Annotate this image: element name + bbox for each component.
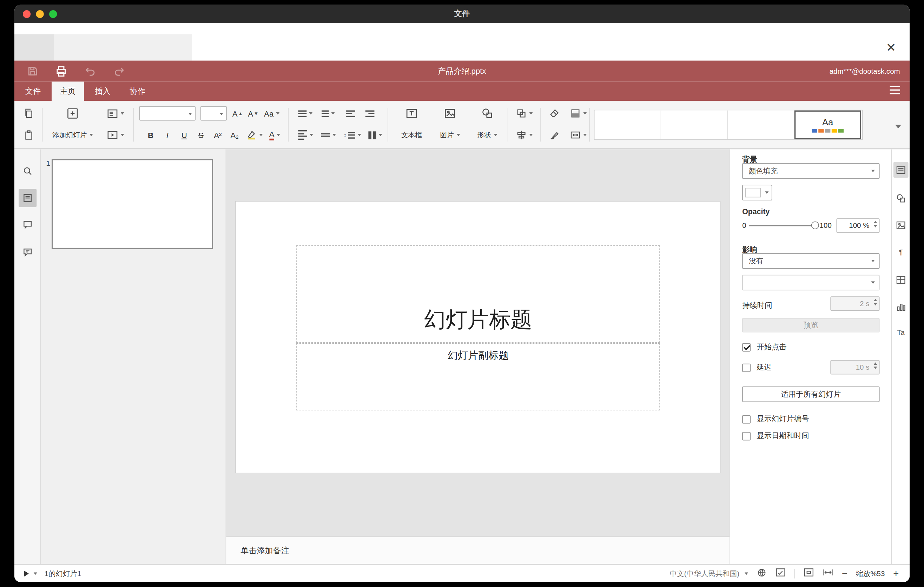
image-icon[interactable]: [433, 104, 467, 122]
show-date-time-checkbox[interactable]: [742, 432, 751, 440]
background-color-select[interactable]: [742, 185, 772, 200]
paste-icon[interactable]: [20, 126, 37, 144]
table-settings-icon[interactable]: [893, 272, 909, 287]
effect-select[interactable]: 没有: [742, 253, 879, 269]
fit-slide-icon[interactable]: [804, 567, 815, 580]
shape-settings-icon[interactable]: [893, 190, 909, 206]
arrange-button[interactable]: [513, 104, 536, 122]
zoom-traffic-button[interactable]: [49, 10, 57, 18]
duration-spinner[interactable]: [873, 299, 877, 305]
theme-option[interactable]: [661, 110, 728, 139]
underline-button[interactable]: U: [176, 126, 192, 144]
tab-insert[interactable]: 插入: [86, 81, 119, 101]
image-button[interactable]: 图片: [433, 126, 467, 144]
columns-button[interactable]: [365, 126, 385, 144]
subscript-button[interactable]: A₂: [227, 126, 242, 144]
change-case-button[interactable]: Aa: [262, 104, 282, 122]
textart-settings-icon[interactable]: Ta: [893, 325, 909, 340]
font-color-button[interactable]: A: [265, 126, 284, 144]
close-traffic-button[interactable]: [23, 10, 31, 18]
chat-icon[interactable]: [18, 244, 36, 262]
increase-indent-button[interactable]: [361, 104, 378, 122]
tab-file[interactable]: 文件: [17, 81, 49, 101]
preview-button[interactable]: 预览: [742, 318, 879, 333]
close-icon[interactable]: ✕: [883, 40, 899, 55]
opacity-input[interactable]: 100 %: [836, 218, 879, 233]
duration-input[interactable]: 2 s: [830, 296, 879, 311]
delay-checkbox[interactable]: [742, 363, 751, 372]
menu-icon[interactable]: [890, 86, 900, 94]
delay-spinner[interactable]: [873, 362, 877, 369]
bold-button[interactable]: B: [143, 126, 158, 144]
numbering-button[interactable]: [318, 104, 338, 122]
undo-icon[interactable]: [84, 65, 96, 77]
slide-size-button[interactable]: [566, 126, 590, 144]
font-name-select[interactable]: [139, 106, 196, 121]
search-icon[interactable]: [18, 162, 36, 180]
strikeout-button[interactable]: S: [193, 126, 208, 144]
paragraph-settings-icon[interactable]: ¶: [893, 244, 909, 260]
slides-panel-icon[interactable]: [18, 189, 36, 207]
apply-to-all-button[interactable]: 适用于所有幻灯片: [742, 386, 879, 402]
highlight-color-button[interactable]: [245, 126, 264, 144]
show-date-time-row[interactable]: 显示日期和时间: [742, 431, 809, 441]
add-slide-button[interactable]: 添加幻灯片: [47, 126, 98, 144]
spellcheck-icon[interactable]: [776, 567, 786, 580]
font-size-select[interactable]: [200, 106, 227, 121]
start-on-click-checkbox[interactable]: [742, 343, 751, 351]
shape-fill-button[interactable]: [566, 104, 590, 122]
comments-icon[interactable]: [18, 216, 36, 234]
opacity-spinner[interactable]: [873, 221, 877, 228]
shape-button[interactable]: 形状: [470, 126, 504, 144]
delay-input[interactable]: 10 s: [830, 360, 879, 374]
background-fill-select[interactable]: 颜色填充: [742, 163, 879, 179]
theme-option[interactable]: [595, 110, 662, 139]
show-slide-number-checkbox[interactable]: [742, 415, 751, 424]
superscript-button[interactable]: A²: [210, 126, 225, 144]
increase-font-button[interactable]: A▲: [230, 104, 245, 122]
decrease-font-button[interactable]: A▼: [246, 104, 261, 122]
effect-type-select[interactable]: [742, 275, 879, 290]
decrease-indent-button[interactable]: [342, 104, 359, 122]
textbox-button[interactable]: 文本框: [395, 126, 429, 144]
delay-checkbox-row[interactable]: 延迟: [742, 362, 772, 373]
copy-icon[interactable]: [20, 104, 37, 122]
document-language-icon[interactable]: [757, 567, 767, 580]
copy-style-icon[interactable]: [546, 126, 563, 144]
theme-option-selected[interactable]: Aa: [794, 110, 861, 139]
tab-collaboration[interactable]: 协作: [121, 81, 153, 101]
notes-area[interactable]: 单击添加备注: [226, 536, 729, 564]
slide-layout-button[interactable]: [102, 104, 129, 122]
line-spacing-button[interactable]: ↕: [342, 126, 362, 144]
textbox-icon[interactable]: [395, 104, 429, 122]
slide-subtitle-placeholder[interactable]: 幻灯片副标题: [296, 343, 660, 411]
italic-button[interactable]: I: [160, 126, 175, 144]
theme-option[interactable]: [728, 110, 794, 139]
save-icon[interactable]: [26, 65, 38, 77]
redo-icon[interactable]: [113, 65, 125, 77]
opacity-slider[interactable]: [749, 225, 817, 226]
vertical-align-button[interactable]: [318, 126, 338, 144]
fit-width-icon[interactable]: [823, 567, 834, 580]
chart-settings-icon[interactable]: [893, 299, 909, 314]
zoom-out-button[interactable]: −: [842, 569, 848, 579]
start-preview-button[interactable]: [24, 571, 37, 577]
image-settings-icon[interactable]: [893, 217, 909, 233]
tab-home[interactable]: 主页: [51, 81, 84, 101]
slide-editor[interactable]: 幻灯片标题 幻灯片副标题: [235, 201, 721, 473]
zoom-in-button[interactable]: +: [893, 569, 899, 579]
gallery-expand-icon[interactable]: [893, 120, 901, 131]
bullets-button[interactable]: [295, 104, 315, 122]
horizontal-align-button[interactable]: [295, 126, 315, 144]
minimize-traffic-button[interactable]: [36, 10, 44, 18]
clear-style-icon[interactable]: [546, 104, 563, 122]
align-objects-button[interactable]: [513, 126, 536, 144]
start-slideshow-button[interactable]: [102, 126, 129, 144]
shape-icon[interactable]: [470, 104, 504, 122]
language-select[interactable]: 中文(中华人民共和国): [670, 569, 749, 579]
print-icon[interactable]: [55, 65, 67, 77]
start-on-click-checkbox-row[interactable]: 开始点击: [742, 342, 786, 352]
opacity-slider-knob[interactable]: [811, 221, 819, 229]
slide-thumbnail[interactable]: [51, 159, 213, 249]
show-slide-number-row[interactable]: 显示幻灯片编号: [742, 414, 809, 424]
